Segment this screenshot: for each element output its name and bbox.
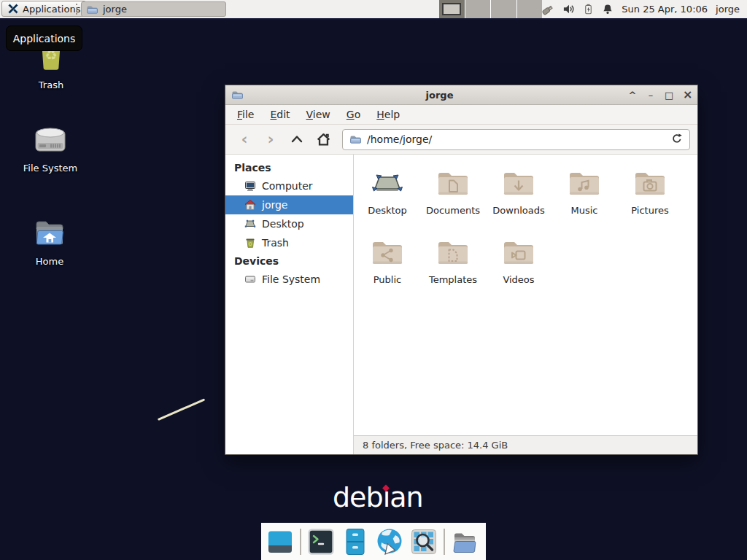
sidebar-item-label: jorge [262,199,287,211]
home-button[interactable] [311,129,335,149]
trash-icon [244,237,256,249]
file-item-label: Templates [429,274,477,285]
pictures-folder-icon [632,166,667,201]
file-manager-launcher[interactable] [341,527,370,556]
up-button[interactable] [285,129,309,149]
panel-username[interactable]: jorge [716,4,740,15]
drive-icon [244,273,256,285]
applications-tooltip: Applications [6,26,82,51]
file-grid: Desktop Documents Downloads [354,155,697,435]
menu-file[interactable]: File [230,107,261,122]
sidebar-item-desktop[interactable]: Desktop [225,214,353,233]
back-button[interactable]: ‹ [233,129,256,149]
file-item-label: Public [374,274,401,285]
window-controls: ^ – □ × [628,89,692,101]
toolbar: ‹ › /home/jorge/ [225,125,697,155]
menu-go[interactable]: Go [339,107,368,122]
shade-button[interactable]: ^ [628,90,637,100]
system-tray: Sun 25 Apr, 10:06 jorge [541,0,747,18]
forward-button[interactable]: › [259,129,282,149]
menu-help[interactable]: Help [369,107,407,122]
file-item-label: Downloads [492,205,544,216]
removable-media-icon[interactable] [541,3,554,16]
taskbar-window-button[interactable]: jorge [81,1,226,17]
menu-edit[interactable]: Edit [263,107,297,122]
menubar: File Edit View Go Help [225,105,697,125]
file-item-templates[interactable]: Templates [421,236,485,305]
forward-chevron-icon: › [267,131,274,147]
applications-menu-button[interactable]: Applications [1,1,86,17]
show-desktop-icon [266,527,295,556]
path-folder-icon [349,133,361,145]
sidebar-item-file-system[interactable]: File System [225,270,353,289]
sidebar-item-trash[interactable]: Trash [225,233,353,252]
sidebar-item-computer[interactable]: Computer [225,176,353,195]
back-chevron-icon: ‹ [241,131,247,147]
desktop-icon-label: File System [23,163,77,174]
reload-button[interactable] [671,133,683,147]
public-folder-icon [370,236,405,271]
window-title: jorge [225,90,654,101]
web-browser-launcher[interactable] [375,527,404,556]
file-item-pictures[interactable]: Pictures [618,166,682,236]
file-item-label: Documents [426,205,480,216]
audio-volume-icon[interactable] [562,3,575,15]
top-panel: Applications jorge [0,0,747,20]
dock [261,523,486,560]
file-item-documents[interactable]: Documents [421,166,485,236]
dock-separator [300,529,301,555]
battery-icon[interactable] [583,4,594,15]
taskbar-window-label: jorge [103,4,127,15]
folder-icon [86,4,98,15]
menu-view[interactable]: View [299,107,338,122]
workspace-2[interactable] [465,0,491,18]
desktop-icon-home[interactable]: Home [17,216,82,267]
dock-separator [444,529,445,555]
close-button[interactable]: × [683,89,692,101]
home-folder-icon [32,216,67,253]
sidebar-header-places: Places [225,159,353,176]
folder-launcher[interactable] [450,527,479,556]
show-desktop-button[interactable] [266,527,295,556]
location-path[interactable]: /home/jorge/ [367,133,432,145]
workspace-4[interactable] [517,0,543,18]
sidebar-item-jorge[interactable]: jorge [225,195,353,214]
debian-logo-text: deb [333,481,383,513]
globe-browser-icon [375,526,404,557]
location-bar[interactable]: /home/jorge/ [342,129,690,150]
file-item-music[interactable]: Music [552,166,616,236]
file-pane: Desktop Documents Downloads [354,155,697,454]
music-folder-icon [567,166,602,201]
titlebar[interactable]: jorge ^ – □ × [225,85,697,105]
minimize-button[interactable]: – [646,90,655,100]
workspace-3[interactable] [491,0,516,18]
file-cabinet-icon [341,527,370,556]
debian-logo: debıan [333,481,423,513]
videos-folder-icon [501,236,536,271]
computer-icon [244,180,256,192]
workspace-switcher [439,0,542,18]
cursor-trail-line [158,398,205,421]
notifications-bell-icon[interactable] [602,4,614,15]
terminal-launcher[interactable] [306,527,336,556]
file-item-label: Desktop [368,205,407,216]
maximize-button[interactable]: □ [665,90,673,100]
documents-folder-icon [436,166,471,201]
home-icon [244,199,256,211]
app-finder-icon [409,527,438,556]
sidebar-header-devices: Devices [225,252,353,270]
app-finder-launcher[interactable] [409,527,438,556]
desktop-icon-label: Home [36,256,63,267]
workspace-1[interactable] [439,0,465,18]
clock[interactable]: Sun 25 Apr, 10:06 [622,4,708,15]
applications-tooltip-text: Applications [13,33,76,44]
file-item-downloads[interactable]: Downloads [487,166,551,236]
file-item-label: Pictures [631,205,668,216]
hard-drive-icon [33,122,68,160]
file-item-public[interactable]: Public [355,236,419,305]
file-item-desktop[interactable]: Desktop [355,166,419,236]
desktop-icon-label: Trash [39,79,63,90]
panel-separator-handle[interactable] [76,4,80,15]
file-item-videos[interactable]: Videos [487,236,551,305]
desktop-icon-file-system[interactable]: File System [18,122,83,174]
